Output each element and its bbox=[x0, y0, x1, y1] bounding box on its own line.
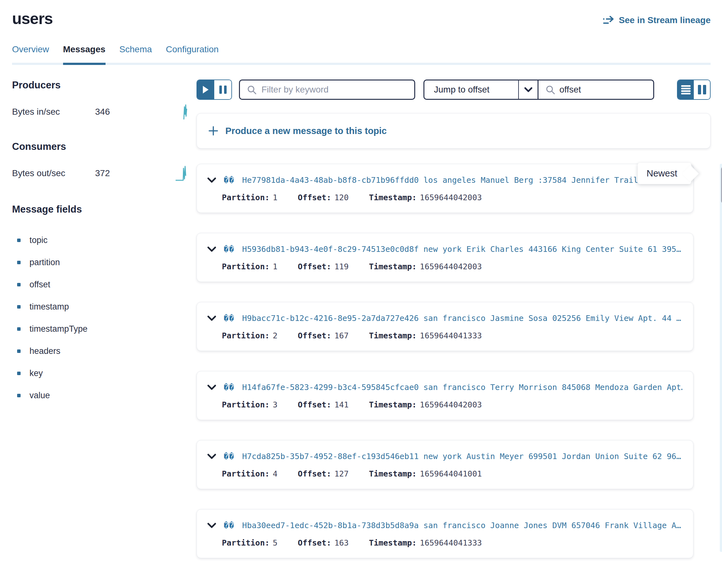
partition-field: Partition:3 bbox=[222, 400, 277, 409]
offset-search-input[interactable] bbox=[559, 85, 646, 95]
play-button[interactable] bbox=[197, 80, 214, 99]
field-bullet-icon bbox=[17, 394, 21, 397]
tab-configuration[interactable]: Configuration bbox=[166, 44, 219, 63]
producers-heading: Producers bbox=[12, 80, 197, 91]
field-bullet-icon bbox=[17, 372, 21, 375]
search-icon bbox=[247, 85, 256, 94]
expand-chevron-icon[interactable] bbox=[207, 247, 216, 252]
partition-value: 1 bbox=[273, 262, 277, 271]
expand-chevron-icon[interactable] bbox=[207, 523, 216, 528]
expand-chevron-icon[interactable] bbox=[207, 316, 216, 321]
pause-button[interactable] bbox=[214, 80, 231, 99]
field-item-timestamp[interactable]: timestamp bbox=[12, 296, 197, 318]
field-bullet-icon bbox=[17, 238, 21, 242]
messages-panel: Jump to offset bbox=[197, 80, 710, 578]
expand-chevron-icon[interactable] bbox=[207, 385, 216, 390]
message-key: H14fa67fe-5823-4299-b3c4-595845cfcae0 sa… bbox=[242, 383, 682, 392]
bytes-in-value: 346 bbox=[95, 107, 110, 117]
stream-lineage-icon bbox=[602, 16, 615, 25]
offset-value: 127 bbox=[334, 469, 349, 478]
partition-value: 4 bbox=[273, 469, 277, 478]
message-row[interactable]: �� He77981da-4a43-48ab-b8f8-cb71b96ffdd0… bbox=[197, 164, 694, 213]
timestamp-field: Timestamp:1659644042003 bbox=[369, 400, 482, 409]
jump-to-offset-group: Jump to offset bbox=[424, 80, 654, 100]
play-icon bbox=[202, 86, 209, 94]
bytes-out-sparkline bbox=[176, 165, 188, 182]
partition-value: 5 bbox=[273, 538, 277, 547]
tab-overview[interactable]: Overview bbox=[12, 44, 49, 63]
message-fields-list: topic partition offset timestamp timesta… bbox=[12, 229, 197, 406]
bytes-out-row: Bytes out/sec 372 bbox=[12, 165, 197, 182]
field-item-topic[interactable]: topic bbox=[12, 229, 197, 251]
jump-select-chevron-button[interactable] bbox=[518, 81, 538, 99]
offset-field: Offset:119 bbox=[298, 262, 349, 271]
consumers-heading: Consumers bbox=[12, 141, 197, 152]
partition-value: 2 bbox=[273, 331, 277, 340]
offset-value: 167 bbox=[334, 331, 349, 340]
offset-value: 119 bbox=[334, 262, 349, 271]
field-item-offset[interactable]: offset bbox=[12, 273, 197, 296]
stream-lineage-link[interactable]: See in Stream lineage bbox=[602, 15, 710, 25]
timestamp-value: 1659644042003 bbox=[420, 193, 482, 202]
key-prefix: �� bbox=[224, 383, 234, 392]
field-bullet-icon bbox=[17, 327, 21, 331]
offset-field: Offset:127 bbox=[298, 469, 349, 478]
field-item-value[interactable]: value bbox=[12, 384, 197, 406]
message-row[interactable]: �� H9bacc71c-b12c-4216-8e95-2a7da727e426… bbox=[197, 302, 694, 351]
message-key: H9bacc71c-b12c-4216-8e95-2a7da727e426 sa… bbox=[242, 314, 681, 323]
offset-field: Offset:163 bbox=[298, 538, 349, 547]
expand-chevron-icon[interactable] bbox=[207, 177, 216, 183]
expand-chevron-icon[interactable] bbox=[207, 454, 216, 459]
field-item-key[interactable]: key bbox=[12, 362, 197, 384]
tab-schema[interactable]: Schema bbox=[120, 44, 152, 63]
field-item-partition[interactable]: partition bbox=[12, 251, 197, 273]
timestamp-value: 1659644041333 bbox=[420, 538, 482, 547]
field-bullet-icon bbox=[17, 305, 21, 309]
column-view-button[interactable] bbox=[694, 80, 710, 99]
timestamp-field: Timestamp:1659644041333 bbox=[369, 331, 482, 340]
tabs-bar: Overview Messages Schema Configuration bbox=[12, 44, 710, 65]
message-row[interactable]: �� H14fa67fe-5823-4299-b3c4-595845cfcae0… bbox=[197, 371, 694, 420]
partition-value: 1 bbox=[273, 193, 277, 202]
message-row[interactable]: �� H5936db81-b943-4e0f-8c29-74513e0c0d8f… bbox=[197, 233, 694, 282]
produce-message-button[interactable]: Produce a new message to this topic bbox=[197, 113, 710, 149]
key-prefix: �� bbox=[224, 452, 234, 461]
key-prefix: �� bbox=[224, 314, 234, 323]
timestamp-field: Timestamp:1659644042003 bbox=[369, 262, 482, 271]
field-item-timestamptype[interactable]: timestampType bbox=[12, 318, 197, 340]
messages-scrollbar-track[interactable] bbox=[720, 164, 722, 552]
field-bullet-icon bbox=[17, 350, 21, 353]
key-prefix: �� bbox=[224, 175, 234, 185]
timestamp-value: 1659644042003 bbox=[420, 400, 482, 409]
list-view-button[interactable] bbox=[678, 80, 694, 99]
offset-field: Offset:120 bbox=[298, 193, 349, 202]
bytes-out-label: Bytes out/sec bbox=[12, 168, 95, 178]
tab-messages[interactable]: Messages bbox=[63, 44, 106, 63]
timestamp-field: Timestamp:1659644041333 bbox=[369, 538, 482, 547]
field-item-headers[interactable]: headers bbox=[12, 340, 197, 362]
message-key: Hba30eed7-1edc-452b-8b1a-738d3b5d8a9a sa… bbox=[242, 521, 681, 530]
offset-value: 120 bbox=[334, 193, 349, 202]
bytes-in-sparkline bbox=[183, 104, 188, 120]
keyword-filter-input[interactable] bbox=[262, 85, 407, 95]
key-prefix: �� bbox=[224, 521, 234, 530]
offset-search[interactable] bbox=[538, 81, 653, 99]
page-title: users bbox=[12, 9, 53, 28]
topic-stats-sidebar: Producers Bytes in/sec 346 Consumers Byt… bbox=[12, 80, 197, 578]
list-view-icon bbox=[681, 84, 690, 96]
message-fields-section: Message fields topic partition offset ti… bbox=[12, 204, 197, 406]
messages-list: �� He77981da-4a43-48ab-b8f8-cb71b96ffdd0… bbox=[197, 164, 710, 558]
message-row[interactable]: �� Hba30eed7-1edc-452b-8b1a-738d3b5d8a9a… bbox=[197, 509, 694, 558]
keyword-filter[interactable] bbox=[239, 80, 415, 100]
field-bullet-icon bbox=[17, 261, 21, 264]
bytes-in-row: Bytes in/sec 346 bbox=[12, 104, 197, 120]
offset-field: Offset:167 bbox=[298, 331, 349, 340]
chevron-down-icon bbox=[524, 87, 533, 92]
message-key: H7cda825b-35b7-4952-88ef-c193d546eb11 ne… bbox=[242, 452, 681, 461]
newest-tooltip-label: Newest bbox=[646, 168, 677, 178]
page-header: users See in Stream lineage bbox=[12, 9, 710, 28]
jump-to-offset-select[interactable]: Jump to offset bbox=[425, 81, 518, 99]
message-row[interactable]: �� H7cda825b-35b7-4952-88ef-c193d546eb11… bbox=[197, 440, 694, 489]
stream-lineage-label: See in Stream lineage bbox=[619, 15, 710, 25]
timestamp-field: Timestamp:1659644041001 bbox=[369, 469, 482, 478]
